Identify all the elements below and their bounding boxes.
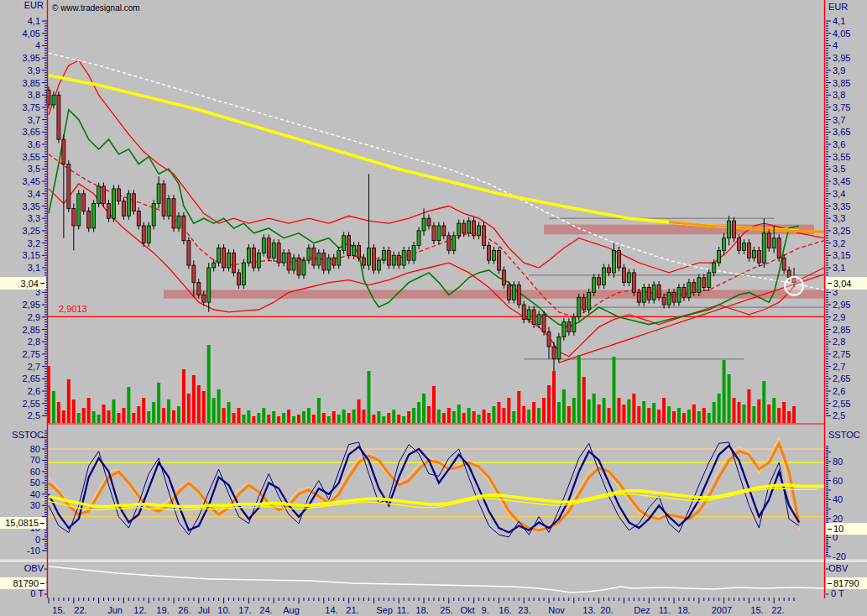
volume-bar (718, 394, 721, 423)
candle-body-down (473, 221, 476, 236)
volume-bar (682, 413, 686, 423)
price-tick-label: 3,45 (23, 176, 40, 186)
volume-bar (212, 398, 216, 423)
candle-body-up (537, 315, 541, 325)
candle-body-down (733, 221, 736, 238)
volume-bar (267, 415, 270, 423)
volume-bar (122, 408, 125, 423)
candle-body-up (392, 255, 395, 265)
candle-body-up (412, 246, 415, 261)
candle-body-up (627, 273, 630, 283)
date-tick-label: 24. (259, 605, 272, 615)
price-tick-label: 2,6 (28, 386, 40, 396)
candle-body-down (252, 248, 255, 268)
candle-body-up (127, 194, 130, 216)
candle-body-down (358, 246, 361, 258)
candle-body-up (302, 260, 306, 275)
volume-bar (532, 402, 535, 423)
candle-body-up (157, 184, 160, 204)
chart-canvas[interactable]: 4,14,14,054,05443,953,953,93,93,853,853,… (0, 0, 867, 616)
volume-bar (257, 413, 260, 423)
price-tick-label: 2,7 (28, 362, 40, 372)
price-tick-label: 2,9 (833, 312, 845, 322)
volume-bar (757, 399, 760, 423)
date-tick-label: 22. (771, 605, 784, 615)
candle-body-down (442, 226, 446, 236)
volume-bar (787, 411, 791, 423)
volume-bar (677, 408, 681, 423)
volume-bar (478, 415, 481, 423)
candle-body-up (147, 226, 150, 243)
candle-body-up (752, 250, 755, 258)
candle-body-down (757, 250, 760, 263)
volume-bar (57, 402, 60, 423)
candle-body-down (172, 199, 175, 228)
date-tick-label: Jun (107, 605, 123, 615)
volume-bar (97, 415, 101, 423)
price-tick-label: 3,15 (833, 250, 850, 260)
price-tick-label: 3,75 (23, 102, 40, 112)
volume-bar (637, 406, 640, 423)
price-tick-label: 3,8 (28, 90, 40, 100)
candle-body-down (62, 139, 65, 164)
price-tick-label: 2,55 (833, 399, 850, 409)
date-tick-label: 10. (217, 605, 230, 615)
volume-bar (362, 410, 365, 423)
candle-body-down (192, 265, 196, 283)
candle-body-down (372, 248, 375, 269)
volume-bar (777, 408, 781, 423)
volume-bar (92, 411, 96, 423)
candle-body-up (212, 263, 216, 268)
sstoc-value-badge-right: 10 (826, 523, 867, 535)
sstoc-tick-label: 60 (30, 467, 40, 477)
date-tick-label: Aug (283, 605, 300, 615)
volume-bar (692, 405, 696, 423)
price-tick-label: 2,95 (833, 300, 850, 310)
candle-body-down (397, 255, 400, 265)
date-tick-label: 19. (156, 605, 169, 615)
current-price-marker-circle (785, 277, 803, 295)
candle-body-up (577, 297, 581, 317)
candle-body-down (542, 315, 546, 332)
obv-line (49, 566, 824, 593)
candle-body-down (82, 194, 86, 211)
sstoc-tick-label: 40 (833, 494, 843, 504)
volume-bar (772, 398, 776, 423)
date-tick-label: 17. (238, 605, 251, 615)
volume-bar (473, 411, 476, 423)
candle-body-down (483, 226, 486, 246)
obv-zero-label-right: 0 T (831, 588, 844, 599)
candle-body-up (97, 186, 101, 204)
price-tick-label: 3,35 (833, 201, 850, 211)
volume-bar (72, 399, 76, 423)
price-pointer-dash (828, 283, 832, 284)
volume-bar (452, 411, 456, 423)
date-tick-label: 11. (397, 605, 409, 615)
volume-bar (167, 399, 170, 423)
date-tick-label: 20. (600, 605, 613, 615)
date-tick-label: 18. (415, 605, 428, 615)
volume-bar (432, 386, 436, 423)
date-tick-label: Sep (376, 605, 393, 615)
volume-bar (317, 398, 321, 423)
price-tick-label: 4,1 (28, 16, 40, 26)
candle-body-down (608, 268, 611, 273)
copyright-label: © www.tradesignal.com (52, 3, 140, 13)
candle-body-up (478, 226, 481, 236)
candle-body-up (353, 246, 356, 256)
date-tick-label: 16. (499, 605, 511, 615)
volume-bar (497, 402, 500, 423)
volume-bar (372, 415, 375, 423)
candle-body-down (787, 270, 791, 278)
candle-body-up (437, 226, 441, 241)
volume-bar (517, 391, 520, 423)
volume-bar (272, 411, 275, 423)
price-tick-label: 3,55 (23, 152, 40, 162)
volume-bar (252, 416, 255, 423)
candle-body-down (122, 201, 125, 217)
volume-bar (547, 385, 551, 423)
price-tick-label: 2,5 (28, 410, 40, 420)
volume-bar (52, 391, 55, 423)
candle-body-up (317, 253, 321, 265)
volume-bar (367, 371, 370, 423)
